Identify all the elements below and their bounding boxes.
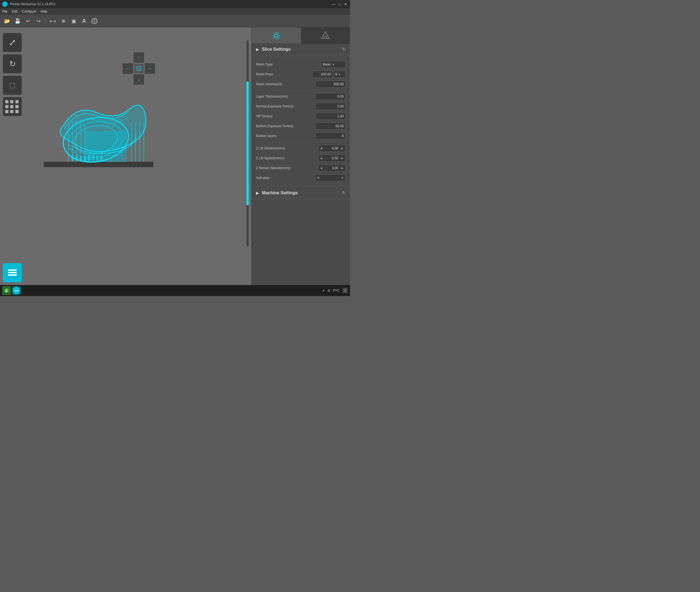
machine-section-expand-icon[interactable]: ▶ — [256, 191, 259, 195]
taskbar-right-area: ∧ ⊟ РУС 2 — [322, 288, 348, 293]
undo-icon[interactable]: ↩ — [23, 17, 32, 26]
svg-line-50 — [274, 37, 275, 38]
toolbar: 📂 💾 ↩ ↪ ⊳⊲ ⊗ ▣ A — [0, 15, 350, 28]
vertical-slider[interactable] — [247, 40, 249, 246]
svg-point-31 — [71, 154, 74, 161]
slice-settings-body: Resin Type: Basic ▼ Resin Price: $ ▼ — [252, 57, 350, 185]
off-time-label: Off Time(s): — [256, 114, 316, 118]
menu-edit[interactable]: Edit — [12, 10, 17, 13]
slider-thumb[interactable] — [247, 82, 249, 205]
model-tab[interactable] — [301, 28, 350, 44]
bottom-layers-input[interactable] — [316, 132, 345, 140]
taskbar-app-torrent[interactable]: µ — [2, 286, 11, 295]
z-lift-distance-value: ◄ 6,00 ► — [318, 145, 345, 152]
menu-help[interactable]: Help — [41, 10, 47, 13]
slice-icon[interactable]: ⊗ — [59, 17, 68, 26]
crop-icon[interactable]: ▣ — [69, 17, 78, 26]
resin-price-input[interactable] — [312, 71, 333, 78]
nav-left-button[interactable]: ← — [122, 63, 133, 74]
resin-type-row: Resin Type: Basic ▼ — [256, 59, 345, 69]
settings-tab[interactable] — [252, 28, 301, 44]
z-retract-speed-display: 3,00 — [324, 166, 339, 170]
close-button[interactable]: ✕ — [343, 2, 348, 6]
app-logo — [2, 1, 8, 7]
nav-down-button[interactable]: ↓ — [133, 74, 144, 85]
anti-alias-value: 4 ▼ — [316, 174, 345, 182]
resin-volume-input[interactable] — [316, 81, 345, 88]
resin-type-value: Basic ▼ — [321, 61, 345, 68]
minimize-button[interactable]: — — [331, 2, 336, 6]
taskbar-app-photon[interactable]: PH — [12, 286, 21, 295]
section-expand-icon[interactable]: ▶ — [256, 47, 259, 52]
app-title: Photon Workshop V2.1.19.RC1 — [10, 2, 331, 6]
dropdown-arrow-icon: ▼ — [332, 63, 335, 66]
mirror-icon[interactable]: ⊳⊲ — [49, 17, 57, 26]
text-icon[interactable]: A — [80, 17, 89, 26]
redo-icon[interactable]: ↪ — [34, 17, 43, 26]
z-retract-speed-stepper: ◄ 3,00 ► — [318, 164, 345, 171]
z-lift-distance-row: Z Lift Distance(mm): ◄ 6,00 ► — [256, 143, 345, 153]
nav-center-button[interactable] — [133, 63, 144, 74]
off-time-value — [316, 113, 345, 120]
svg-point-36 — [92, 155, 94, 161]
taskbar-lang-label: РУС — [333, 289, 339, 292]
menu-file[interactable]: File — [2, 10, 7, 13]
slice-settings-refresh-icon[interactable]: ↻ — [342, 47, 345, 52]
normal-exposure-label: Normal Exposure Time(s): — [256, 104, 316, 108]
layer-thickness-input[interactable] — [316, 93, 345, 100]
scale-tool-button[interactable]: ⬚ — [3, 76, 22, 95]
svg-text:µ: µ — [6, 289, 7, 292]
rotate-tool-button[interactable]: ↻ — [3, 54, 22, 73]
bottom-layers-label: Bottom layers: — [256, 134, 316, 138]
move-tool-button[interactable]: ⤢ — [3, 33, 22, 52]
off-time-input[interactable] — [316, 113, 345, 120]
resin-type-dropdown[interactable]: Basic ▼ — [321, 61, 345, 68]
z-lift-speed-increment[interactable]: ► — [339, 155, 345, 162]
bottom-layers-value — [316, 132, 345, 140]
z-lift-speed-label: Z Lift Speed(mm/s): — [256, 156, 318, 160]
sphere-icon[interactable] — [90, 17, 99, 26]
slice-settings-title: Slice Settings — [262, 47, 339, 52]
viewport[interactable]: ⤢ ↻ ⬚ ↑ ← → ↓ — [0, 28, 252, 285]
slice-settings-header: ▶ Slice Settings ↻ — [252, 44, 350, 55]
z-lift-speed-display: 0,50 — [324, 156, 339, 160]
navigation-cross: ↑ ← → ↓ — [122, 52, 155, 85]
anti-alias-dropdown-arrow-icon: ▼ — [341, 177, 344, 180]
svg-rect-52 — [324, 36, 327, 38]
z-retract-speed-increment[interactable]: ► — [339, 164, 345, 171]
taskbar-indicator: ∧ — [322, 289, 325, 292]
maximize-button[interactable]: □ — [337, 2, 342, 6]
z-lift-speed-decrement[interactable]: ◄ — [318, 155, 324, 162]
z-lift-speed-value: ◄ 0,50 ► — [318, 155, 345, 162]
open-icon[interactable]: 📂 — [3, 17, 11, 26]
svg-line-49 — [278, 33, 279, 34]
menu-configure[interactable]: Configure — [22, 10, 36, 13]
right-panel: ▶ Slice Settings ↻ Resin Type: Basic ▼ R… — [252, 28, 350, 285]
z-lift-distance-decrement[interactable]: ◄ — [318, 145, 324, 152]
resin-volume-row: Resin Volume(ml): — [256, 79, 345, 89]
currency-dropdown[interactable]: $ ▼ — [333, 71, 345, 78]
settings-divider-3 — [256, 142, 345, 142]
bottom-exposure-row: Bottom Exposure Time(s): — [256, 121, 345, 131]
bottom-exposure-input[interactable] — [316, 122, 345, 130]
machine-settings-title: Machine Settings — [262, 191, 339, 195]
z-retract-speed-decrement[interactable]: ◄ — [318, 164, 324, 171]
nav-right-button[interactable]: → — [144, 63, 155, 74]
z-retract-speed-row: Z Retract Speed(mm/s): ◄ 3,00 ► — [256, 163, 345, 173]
nav-up-button[interactable]: ↑ — [133, 52, 144, 63]
svg-marker-51 — [322, 32, 329, 38]
resin-price-value: $ ▼ — [312, 71, 345, 78]
svg-point-34 — [84, 155, 86, 161]
bottom-exposure-value — [316, 122, 345, 130]
save-icon[interactable]: 💾 — [13, 17, 22, 26]
bottom-layers-row: Bottom layers: — [256, 131, 345, 141]
svg-line-48 — [278, 37, 279, 38]
svg-point-32 — [75, 156, 78, 161]
normal-exposure-input[interactable] — [316, 103, 345, 110]
z-lift-distance-increment[interactable]: ► — [339, 145, 345, 152]
anti-alias-dropdown[interactable]: 4 ▼ — [316, 174, 345, 182]
grid-tool-button[interactable] — [3, 97, 22, 116]
left-toolbar: ⤢ ↻ ⬚ — [0, 28, 24, 285]
off-time-row: Off Time(s): — [256, 111, 345, 121]
machine-settings-refresh-icon[interactable]: ↻ — [342, 190, 345, 195]
